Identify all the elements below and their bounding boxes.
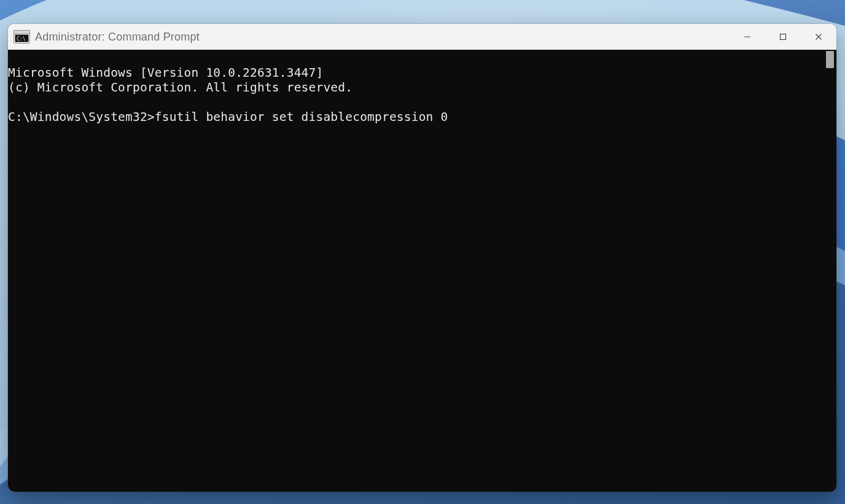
- console-output[interactable]: Microsoft Windows [Version 10.0.22631.34…: [8, 50, 822, 492]
- titlebar[interactable]: C:\ Administrator: Command Prompt: [8, 24, 836, 50]
- svg-rect-4: [781, 34, 786, 40]
- window-title: Administrator: Command Prompt: [35, 31, 200, 44]
- minimize-button[interactable]: [730, 24, 765, 50]
- close-button[interactable]: [801, 24, 836, 50]
- console-prompt: C:\Windows\System32>: [8, 110, 155, 124]
- vertical-scrollbar[interactable]: [822, 50, 836, 492]
- cmd-icon: C:\: [14, 30, 30, 44]
- maximize-button[interactable]: [765, 24, 801, 50]
- svg-text:C:\: C:\: [17, 36, 26, 42]
- svg-rect-1: [14, 31, 30, 34]
- command-prompt-window: C:\ Administrator: Command Prompt Micros…: [8, 24, 836, 492]
- scrollbar-thumb[interactable]: [826, 51, 834, 68]
- console-command: fsutil behavior set disablecompression 0: [155, 110, 448, 124]
- console-line-version: Microsoft Windows [Version 10.0.22631.34…: [8, 66, 323, 80]
- console-area[interactable]: Microsoft Windows [Version 10.0.22631.34…: [8, 50, 836, 492]
- console-line-copyright: (c) Microsoft Corporation. All rights re…: [8, 80, 352, 95]
